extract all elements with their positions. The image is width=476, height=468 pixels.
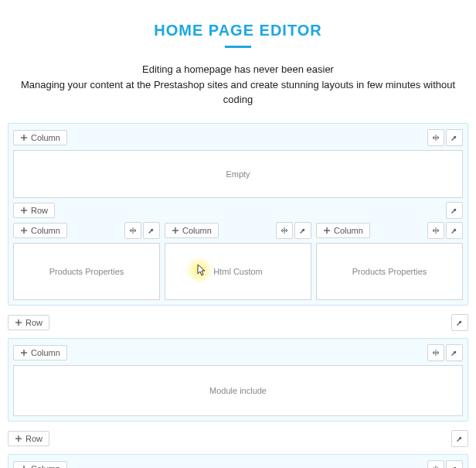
empty-block[interactable]: Empty xyxy=(13,150,463,198)
title-underline xyxy=(225,46,251,48)
column: Column Products Properties xyxy=(13,221,160,300)
move-button[interactable] xyxy=(124,222,141,239)
move-button[interactable] xyxy=(427,460,444,469)
editor-area: Column Empty Row Column xyxy=(0,123,476,469)
move-icon xyxy=(432,465,440,469)
move-button[interactable] xyxy=(276,222,293,239)
move-button[interactable] xyxy=(427,344,444,361)
move-button[interactable] xyxy=(427,129,444,146)
layout-panel: Column Empty Row Column xyxy=(8,123,468,306)
wrench-icon xyxy=(148,227,155,234)
html-custom-block[interactable]: Html Custom xyxy=(165,243,311,300)
settings-button[interactable] xyxy=(446,129,463,146)
settings-button[interactable] xyxy=(446,202,463,219)
settings-button[interactable] xyxy=(446,460,463,469)
add-column-button[interactable]: Column xyxy=(13,461,67,469)
column: Column Html Custom xyxy=(165,221,311,300)
settings-button[interactable] xyxy=(451,430,468,447)
plus-icon xyxy=(20,207,28,214)
add-row-button[interactable]: Row xyxy=(8,431,49,446)
settings-button[interactable] xyxy=(446,344,463,361)
plus-icon xyxy=(15,319,22,326)
wrench-icon xyxy=(450,349,458,357)
module-include-block[interactable]: Module include xyxy=(13,365,463,416)
products-properties-block[interactable]: Products Properties xyxy=(316,243,463,300)
move-icon xyxy=(129,227,137,234)
products-properties-block[interactable]: Products Properties xyxy=(13,243,160,300)
layout-panel: Column Module include xyxy=(8,338,468,422)
move-button[interactable] xyxy=(427,222,444,239)
add-column-button[interactable]: Column xyxy=(165,223,219,238)
move-icon xyxy=(280,227,288,234)
layout-panel: Column xyxy=(8,454,468,469)
wrench-icon xyxy=(450,465,458,469)
settings-button[interactable] xyxy=(451,314,468,331)
wrench-icon xyxy=(456,319,464,326)
plus-icon xyxy=(20,349,28,357)
move-icon xyxy=(432,227,440,234)
move-icon xyxy=(432,349,440,357)
column: Column Products Properties xyxy=(316,221,463,300)
settings-button[interactable] xyxy=(143,222,160,239)
plus-icon xyxy=(20,227,28,234)
plus-icon xyxy=(323,227,331,234)
wrench-icon xyxy=(450,134,458,142)
add-column-button[interactable]: Column xyxy=(13,345,67,360)
settings-button[interactable] xyxy=(294,222,311,239)
add-column-button[interactable]: Column xyxy=(13,223,67,238)
add-row-button[interactable]: Row xyxy=(8,315,49,330)
wrench-icon xyxy=(450,227,458,234)
plus-icon xyxy=(20,465,28,469)
plus-icon xyxy=(15,435,22,442)
add-column-button[interactable]: Column xyxy=(13,130,67,145)
wrench-icon xyxy=(299,227,307,234)
plus-icon xyxy=(172,227,179,234)
cursor-icon xyxy=(196,264,207,276)
settings-button[interactable] xyxy=(446,222,463,239)
add-column-button[interactable]: Column xyxy=(316,223,370,238)
wrench-icon xyxy=(456,435,464,442)
move-icon xyxy=(432,134,440,142)
plus-icon xyxy=(20,134,28,142)
wrench-icon xyxy=(450,207,458,214)
cursor-highlight xyxy=(185,256,213,284)
subtitle: Editing a homepage has never been easier… xyxy=(15,62,461,108)
add-row-button[interactable]: Row xyxy=(13,203,55,218)
page-title: HOME PAGE EDITOR xyxy=(15,22,461,39)
